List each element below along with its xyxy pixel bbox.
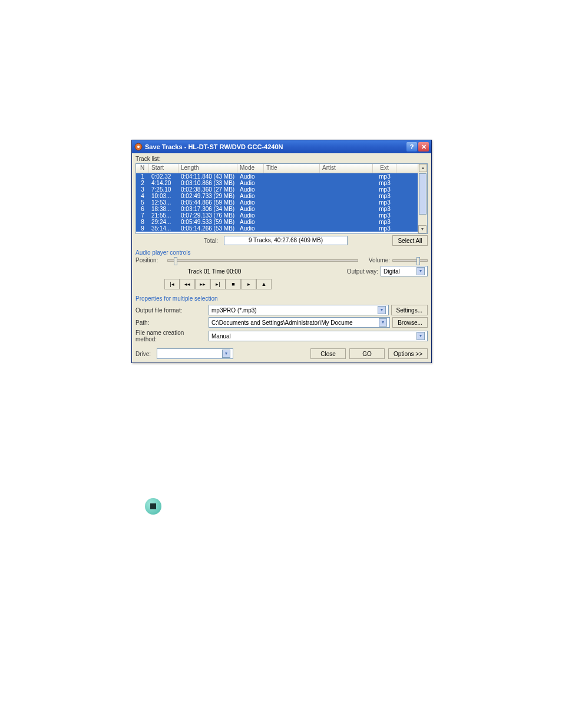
table-row[interactable]: 721:55...0:07:29.133 (76 MB)Audiomp3 (136, 212, 418, 219)
cell-n: 9 (136, 225, 149, 232)
cell-ext: mp3 (373, 186, 396, 193)
method-combo[interactable]: Manual ▾ (209, 331, 428, 341)
col-title[interactable]: Title (264, 164, 320, 173)
tracklist: N Start Length Mode Title Artist Ext 10:… (135, 163, 428, 234)
cell-length: 0:02:38.360 (27 MB) (178, 186, 237, 193)
cell-n: 7 (136, 212, 149, 219)
drive-combo[interactable]: ▾ (157, 348, 233, 359)
outputway-combo[interactable]: Digital ▾ (381, 266, 428, 276)
table-row[interactable]: 37:25.100:02:38.360 (27 MB)Audiomp3 (136, 186, 418, 193)
cell-ext: mp3 (373, 219, 396, 225)
cell-title (264, 199, 320, 206)
cell-n: 5 (136, 199, 149, 206)
cell-ext: mp3 (373, 225, 396, 232)
cell-n: 3 (136, 186, 149, 193)
table-row[interactable]: 410:03...0:02:49.733 (29 MB)Audiomp3 (136, 193, 418, 199)
scroll-up-icon[interactable]: ▴ (419, 164, 427, 172)
cell-length: 0:05:44.866 (59 MB) (178, 199, 237, 206)
cell-length: 0:02:49.733 (29 MB) (178, 193, 237, 199)
fast-forward-button[interactable]: ▸▸ (195, 279, 210, 289)
table-row[interactable]: 829:24...0:05:49.533 (59 MB)Audiomp3 (136, 219, 418, 225)
cell-n: 6 (136, 206, 149, 212)
cell-start: 29:24... (149, 219, 178, 225)
cell-artist (320, 212, 373, 219)
cell-mode: Audio (237, 219, 264, 225)
save-tracks-dialog: Save Tracks - HL-DT-ST RW/DVD GCC-4240N … (131, 140, 432, 363)
total-label: Total: (135, 238, 224, 244)
col-length[interactable]: Length (178, 164, 237, 173)
col-n[interactable]: N (136, 164, 149, 173)
help-button[interactable]: ? (406, 142, 417, 151)
skip-back-button[interactable]: |◂ (164, 279, 180, 289)
stop-button[interactable]: ■ (226, 279, 241, 289)
cell-artist (320, 193, 373, 199)
go-button[interactable]: GO (349, 348, 385, 359)
cell-start: 12:53... (149, 199, 178, 206)
table-row[interactable]: 618:38...0:03:17.306 (34 MB)Audiomp3 (136, 206, 418, 212)
col-start[interactable]: Start (149, 164, 178, 173)
cell-title (264, 193, 320, 199)
cell-title (264, 225, 320, 232)
volume-slider[interactable] (392, 259, 428, 262)
cell-artist (320, 206, 373, 212)
cell-mode: Audio (237, 212, 264, 219)
outputway-value: Digital (384, 268, 400, 275)
scroll-thumb[interactable] (419, 173, 427, 215)
close-button[interactable]: ✕ (418, 142, 429, 151)
cell-start: 18:38... (149, 206, 178, 212)
table-row[interactable]: 10:02.320:04:11.840 (43 MB)Audiomp3 (136, 173, 418, 180)
col-ext[interactable]: Ext (373, 164, 396, 173)
table-row[interactable]: 24:14.200:03:10.866 (33 MB)Audiomp3 (136, 180, 418, 186)
titlebar[interactable]: Save Tracks - HL-DT-ST RW/DVD GCC-4240N … (132, 140, 431, 153)
chevron-down-icon: ▾ (379, 318, 387, 327)
cell-title (264, 219, 320, 225)
play-button[interactable]: ▸ (241, 279, 256, 289)
cell-artist (320, 173, 373, 180)
path-value: C:\Documents and Settings\Administrator\… (211, 319, 353, 326)
table-row[interactable]: 935:14...0:05:14.266 (53 MB)Audiomp3 (136, 225, 418, 232)
rewind-button[interactable]: ◂◂ (180, 279, 195, 289)
cell-length: 0:03:10.866 (33 MB) (178, 180, 237, 186)
cell-mode: Audio (237, 193, 264, 199)
totals-row: Total: 9 Tracks, 40:27.68 (409 MB) Selec… (135, 235, 428, 246)
eject-button[interactable]: ▲ (256, 279, 272, 289)
cell-n: 1 (136, 173, 149, 180)
tracklist-scrollbar[interactable]: ▴ ▾ (418, 164, 427, 233)
cell-title (264, 186, 320, 193)
cell-ext: mp3 (373, 206, 396, 212)
select-all-button[interactable]: Select All (392, 235, 428, 246)
skip-forward-button[interactable]: ▸| (210, 279, 226, 289)
chevron-down-icon: ▾ (416, 267, 425, 275)
col-mode[interactable]: Mode (237, 164, 264, 173)
tracklist-header[interactable]: N Start Length Mode Title Artist Ext (136, 164, 418, 173)
position-slider[interactable] (167, 259, 358, 262)
drive-label: Drive: (135, 351, 153, 357)
format-label: Output file format: (135, 307, 206, 314)
cell-length: 0:04:11.840 (43 MB) (178, 173, 237, 180)
cell-title (264, 180, 320, 186)
path-combo[interactable]: C:\Documents and Settings\Administrator\… (209, 317, 390, 328)
svg-point-1 (137, 146, 140, 148)
cell-artist (320, 219, 373, 225)
cell-title (264, 206, 320, 212)
method-value: Manual (211, 333, 231, 340)
cell-start: 7:25.10 (149, 186, 178, 193)
format-combo[interactable]: mp3PRO (*.mp3) ▾ (209, 305, 389, 315)
browse-button[interactable]: Browse... (392, 317, 428, 328)
settings-button[interactable]: Settings... (391, 305, 428, 315)
col-artist[interactable]: Artist (320, 164, 373, 173)
cell-mode: Audio (237, 180, 264, 186)
options-button[interactable]: Options >> (388, 348, 428, 359)
transport-controls: |◂ ◂◂ ▸▸ ▸| ■ ▸ ▲ (164, 279, 431, 289)
track-time-display: Track 01 Time 00:00 (165, 267, 264, 276)
chevron-down-icon: ▾ (222, 350, 230, 358)
cell-n: 4 (136, 193, 149, 199)
cell-mode: Audio (237, 225, 264, 232)
method-label: File name creation method: (135, 330, 206, 342)
scroll-down-icon[interactable]: ▾ (418, 225, 427, 233)
app-icon (134, 143, 143, 151)
chevron-down-icon: ▾ (416, 332, 425, 340)
cell-ext: mp3 (373, 180, 396, 186)
table-row[interactable]: 512:53...0:05:44.866 (59 MB)Audiomp3 (136, 199, 418, 206)
close-dialog-button[interactable]: Close (310, 348, 346, 359)
